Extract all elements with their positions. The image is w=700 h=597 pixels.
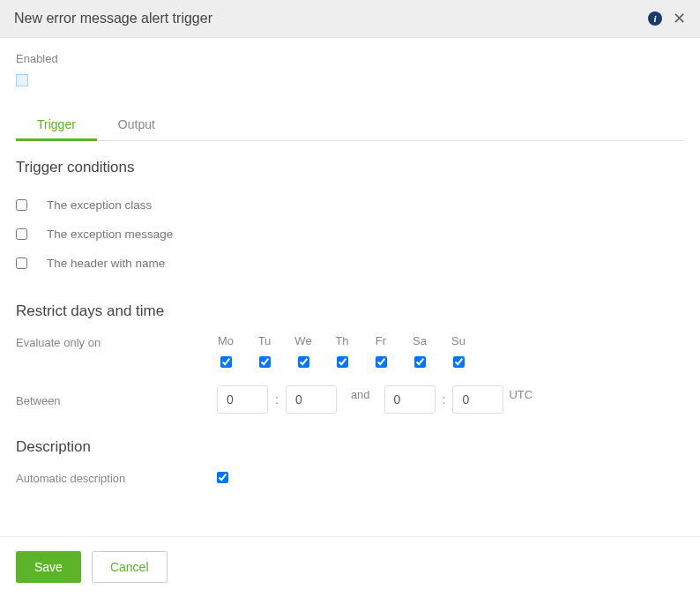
day-label: Th bbox=[335, 334, 348, 347]
day-we-checkbox[interactable] bbox=[298, 356, 309, 368]
tab-trigger[interactable]: Trigger bbox=[16, 108, 97, 140]
days-grid: Mo Tu We Th Fr bbox=[217, 334, 467, 368]
day-label: We bbox=[294, 334, 311, 347]
dialog-header: New error message alert trigger i ✕ bbox=[0, 0, 700, 38]
day-th-checkbox[interactable] bbox=[337, 356, 348, 368]
cancel-button[interactable]: Cancel bbox=[92, 551, 168, 583]
evaluate-days-row: Evaluate only on Mo Tu We Th bbox=[16, 334, 684, 368]
between-row: Between : and : UTC bbox=[16, 385, 684, 414]
auto-desc-label: Automatic description bbox=[16, 470, 217, 485]
day-sa-checkbox[interactable] bbox=[414, 356, 426, 368]
day-th: Th bbox=[333, 334, 351, 368]
condition-label: The header with name bbox=[47, 257, 165, 270]
time-colon: : bbox=[275, 392, 279, 407]
condition-exception-class-checkbox[interactable] bbox=[16, 199, 27, 211]
condition-row: The header with name bbox=[16, 249, 684, 278]
day-mo: Mo bbox=[217, 334, 235, 368]
day-label: Sa bbox=[413, 334, 427, 347]
restrict-title: Restrict days and time bbox=[16, 302, 684, 320]
day-tu-checkbox[interactable] bbox=[259, 356, 271, 368]
day-label: Su bbox=[451, 334, 465, 347]
header-actions: i ✕ bbox=[648, 11, 686, 26]
description-section: Description Automatic description bbox=[16, 438, 684, 485]
condition-row: The exception message bbox=[16, 220, 684, 249]
tab-output[interactable]: Output bbox=[97, 108, 176, 140]
condition-exception-message-checkbox[interactable] bbox=[16, 228, 27, 240]
condition-row: The exception class bbox=[16, 190, 684, 220]
day-su-checkbox[interactable] bbox=[453, 356, 465, 368]
condition-header-name-checkbox[interactable] bbox=[16, 257, 27, 269]
day-su: Su bbox=[450, 334, 467, 368]
enabled-checkbox[interactable] bbox=[16, 74, 28, 86]
between-label: Between bbox=[16, 392, 217, 407]
description-title: Description bbox=[16, 438, 684, 456]
enabled-label: Enabled bbox=[16, 52, 684, 65]
from-minute-input[interactable] bbox=[286, 385, 337, 414]
time-and-label: and bbox=[351, 388, 370, 401]
to-hour-input[interactable] bbox=[384, 385, 436, 414]
dialog-content: Enabled Trigger Output Trigger condition… bbox=[0, 38, 700, 499]
day-fr: Fr bbox=[372, 334, 390, 368]
to-minute-input[interactable] bbox=[452, 385, 503, 414]
auto-desc-checkbox[interactable] bbox=[217, 472, 228, 483]
day-mo-checkbox[interactable] bbox=[220, 356, 232, 368]
auto-desc-row: Automatic description bbox=[16, 470, 684, 485]
conditions-title: Trigger conditions bbox=[16, 159, 684, 176]
restrict-section: Restrict days and time Evaluate only on … bbox=[16, 302, 684, 414]
condition-label: The exception class bbox=[47, 198, 152, 212]
time-colon: : bbox=[443, 392, 446, 407]
save-button[interactable]: Save bbox=[16, 551, 81, 583]
day-tu: Tu bbox=[256, 334, 273, 368]
close-icon[interactable]: ✕ bbox=[673, 11, 686, 26]
info-icon[interactable]: i bbox=[648, 11, 662, 26]
utc-label: UTC bbox=[509, 388, 532, 401]
dialog-title: New error message alert trigger bbox=[14, 11, 212, 26]
day-fr-checkbox[interactable] bbox=[376, 356, 387, 368]
evaluate-label: Evaluate only on bbox=[16, 334, 217, 349]
day-label: Tu bbox=[258, 334, 272, 347]
tabs: Trigger Output bbox=[16, 108, 684, 141]
from-hour-input[interactable] bbox=[217, 385, 268, 414]
day-sa: Sa bbox=[411, 334, 428, 368]
day-we: We bbox=[294, 334, 312, 368]
day-label: Fr bbox=[376, 334, 386, 347]
condition-label: The exception message bbox=[47, 228, 173, 241]
dialog-footer: Save Cancel bbox=[0, 536, 700, 597]
day-label: Mo bbox=[218, 334, 234, 347]
